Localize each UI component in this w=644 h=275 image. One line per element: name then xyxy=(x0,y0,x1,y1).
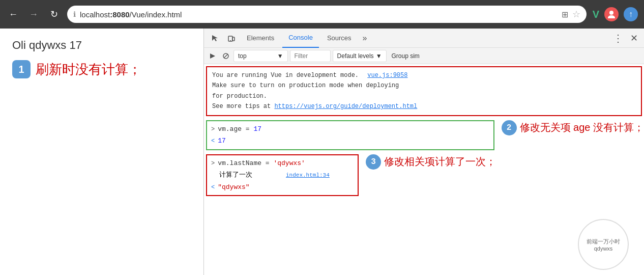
tab-console[interactable]: Console xyxy=(282,29,319,48)
vue-warning-line1: You are running Vue in development mode.… xyxy=(212,70,636,80)
device-toggle-btn[interactable] xyxy=(224,31,239,45)
watermark: 前端一万小时 qdywxs xyxy=(578,219,629,270)
vue-deploy-link[interactable]: https://vuejs.org/guide/deployment.html xyxy=(274,103,417,110)
main-area: Oli qdywxs 17 1 刷新时没有计算； Elem xyxy=(0,29,644,275)
context-dropdown-arrow: ▼ xyxy=(277,52,283,60)
annotation-badge-1: 1 xyxy=(12,60,31,78)
annotation-text-2: 修改无关项 age 没有计算； xyxy=(520,121,644,134)
context-selector[interactable]: top ▼ xyxy=(233,50,288,62)
svg-rect-4 xyxy=(232,37,235,41)
console-age-input-line: > vm.age = 17 xyxy=(211,123,489,135)
block3-row: > vm.lastName = 'qdywxs' 计算了一次 index.htm… xyxy=(204,152,644,199)
console-computed-line: 计算了一次 index.html:34 xyxy=(211,169,354,181)
upload-icon[interactable]: ↑ xyxy=(624,7,638,21)
arrow-left-icon: < xyxy=(211,136,215,147)
file-link[interactable]: index.html:34 xyxy=(286,171,330,181)
svg-point-0 xyxy=(609,11,613,15)
code-vm-lastname: vm.lastName = 'qdywxs' xyxy=(218,157,305,169)
annotation-1: 1 刷新时没有计算； xyxy=(12,60,191,78)
annotation-badge-2: 2 xyxy=(502,120,517,135)
tab-elements[interactable]: Elements xyxy=(241,29,280,48)
address-bar[interactable]: ℹ localhost:8080/Vue/index.html ⊞ ☆ xyxy=(67,6,587,23)
reload-button[interactable]: ↻ xyxy=(47,7,61,21)
console-lastname-input-line: > vm.lastName = 'qdywxs' xyxy=(211,157,354,170)
browser-chrome: ← → ↻ ℹ localhost:8080/Vue/index.html ⊞ … xyxy=(0,0,644,29)
console-lastname-output-line: < "qdywxs" xyxy=(211,181,354,194)
devtools-panel: Elements Console Sources » ⋮ ✕ xyxy=(203,29,644,275)
back-button[interactable]: ← xyxy=(6,7,20,21)
svg-marker-6 xyxy=(210,53,215,59)
default-levels-dropdown[interactable]: Default levels ▼ xyxy=(333,50,387,62)
devtools-close-btn[interactable]: ✕ xyxy=(628,33,640,44)
devtools-topbar: Elements Console Sources » ⋮ ✕ xyxy=(204,29,644,48)
code-vm-age: vm.age = 17 xyxy=(218,123,261,135)
arrow-right-2-icon: > xyxy=(211,158,215,170)
code-lastname-value: 'qdywxs' xyxy=(273,159,305,167)
browser-toolbar-icons: V ↑ xyxy=(593,7,638,21)
bookmark-icon[interactable]: ☆ xyxy=(572,9,580,20)
console-toolbar: top ▼ Default levels ▼ Group sim xyxy=(204,48,644,64)
translate-icon: ⊞ xyxy=(562,10,568,19)
watermark-line2: qdywxs xyxy=(594,245,613,252)
page-content: Oli qdywxs 17 1 刷新时没有计算； xyxy=(0,29,203,275)
url-protocol: localhost xyxy=(80,10,110,19)
console-block-lastname: > vm.lastName = 'qdywxs' 计算了一次 index.htm… xyxy=(206,154,359,197)
default-levels-label: Default levels xyxy=(337,52,374,60)
code-computed-text: 计算了一次 xyxy=(219,169,252,181)
arrow-right-icon: > xyxy=(211,124,215,135)
url-text: localhost:8080/Vue/index.html xyxy=(80,10,558,19)
console-play-btn[interactable] xyxy=(207,50,218,62)
default-levels-arrow: ▼ xyxy=(376,52,382,60)
annotation-text-1: 刷新时没有计算； xyxy=(36,61,141,78)
block2-row: > vm.age = 17 < 17 2 修改无关项 age 没有计算； xyxy=(204,118,644,152)
profile-icon[interactable] xyxy=(604,7,619,21)
svg-line-8 xyxy=(224,54,228,58)
code-lastname-result: "qdywxs" xyxy=(218,181,249,193)
console-filter-input[interactable] xyxy=(290,50,331,62)
vue-warning-line4: See more tips at https://vuejs.org/guide… xyxy=(212,101,636,112)
group-sim-label: Group sim xyxy=(389,51,423,61)
devtools-menu-btn[interactable]: ⋮ xyxy=(610,32,626,44)
code-age-value: 17 xyxy=(253,125,261,133)
svg-marker-2 xyxy=(212,35,218,41)
info-icon: ℹ xyxy=(73,10,76,18)
annotation-badge-3: 3 xyxy=(366,154,381,170)
page-title: Oli qdywxs 17 xyxy=(12,39,191,52)
vue-devtools-icon[interactable]: V xyxy=(593,9,599,20)
vue-warning-block: You are running Vue in development mode.… xyxy=(206,66,642,116)
url-path: /Vue/index.html xyxy=(130,10,182,19)
vue-warning-line2: Make sure to turn on production mode whe… xyxy=(212,80,636,91)
svg-point-1 xyxy=(608,15,615,18)
console-block-age: > vm.age = 17 < 17 xyxy=(206,120,494,150)
arrow-left-2-icon: < xyxy=(211,182,215,194)
url-port: :8080 xyxy=(110,10,129,19)
code-age-result: 17 xyxy=(218,135,226,147)
forward-button[interactable]: → xyxy=(26,7,41,21)
more-tabs-btn[interactable]: » xyxy=(360,34,370,43)
annotation3-container: 3 修改相关项计算了一次； xyxy=(363,152,496,172)
annotation-text-3: 修改相关项计算了一次； xyxy=(384,155,496,169)
annotation2-container: 2 修改无关项 age 没有计算； xyxy=(499,118,644,138)
context-value: top xyxy=(238,52,247,60)
watermark-line1: 前端一万小时 xyxy=(587,238,620,245)
vue-source-link[interactable]: vue.js:9058 xyxy=(367,72,407,79)
console-clear-btn[interactable] xyxy=(220,50,231,62)
vue-warning-line3: for production. xyxy=(212,91,636,101)
tab-sources[interactable]: Sources xyxy=(321,29,358,48)
cursor-icon-btn[interactable] xyxy=(208,31,222,45)
console-age-output-line: < 17 xyxy=(211,135,489,147)
